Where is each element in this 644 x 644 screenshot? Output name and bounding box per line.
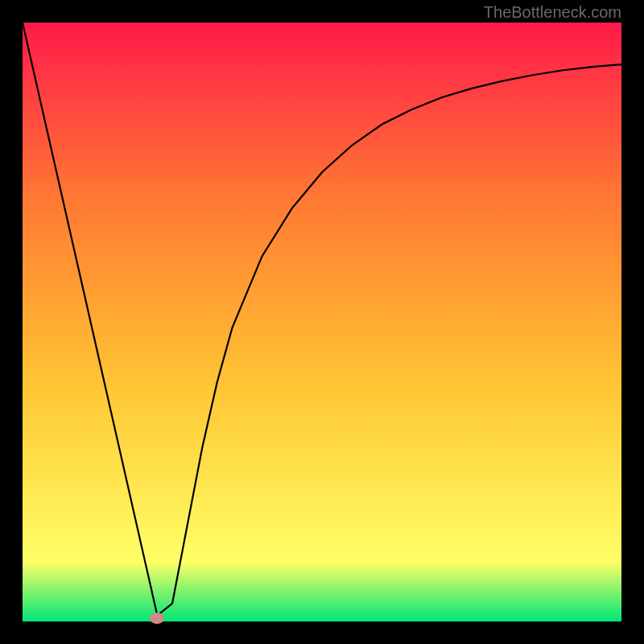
watermark-text: TheBottleneck.com xyxy=(484,3,621,22)
chart-svg xyxy=(23,23,621,621)
marker-dot xyxy=(150,613,164,624)
gradient-background xyxy=(23,23,621,621)
plot-area xyxy=(23,23,621,621)
